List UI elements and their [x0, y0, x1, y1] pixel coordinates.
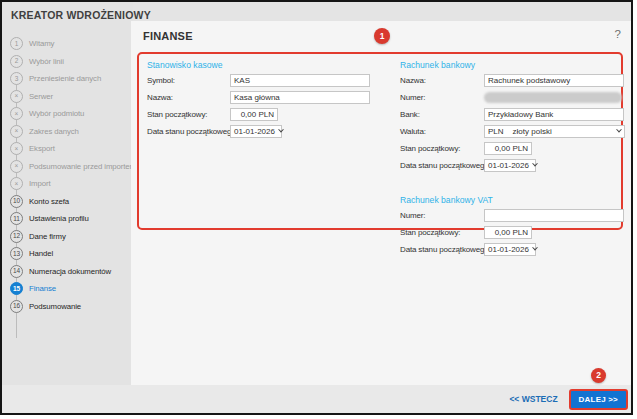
bank-number-redacted-value[interactable] — [484, 92, 622, 103]
wizard-footer: << WSTECZ DALEJ >> — [2, 385, 633, 413]
sidebar-step-3[interactable]: 3 Przeniesienie danych — [2, 70, 133, 88]
bank-opening-date-select[interactable]: 01-01-2026 — [484, 159, 536, 173]
sidebar-step-11[interactable]: 11 Ustawienia profilu — [2, 210, 133, 228]
bank-currency-select[interactable]: PLN złoty polski — [484, 125, 625, 139]
step-label: Wybór linii — [29, 57, 64, 66]
bank-currency-label: Waluta: — [400, 123, 426, 140]
cash-opening-balance-label: Stan początkowy: — [147, 106, 207, 123]
vat-opening-date-value: 01-01-2026 — [488, 245, 529, 254]
bank-account-name-input[interactable] — [484, 74, 624, 88]
step-status-icon: × — [10, 107, 23, 120]
bank-bank-row: Bank: — [400, 106, 619, 123]
sidebar-step-8[interactable]: × Podsumowanie przed importem — [2, 158, 133, 176]
wizard-sidebar: KREATOR WDROŻENIOWY 1 Witamy 2 Wybór lin… — [2, 2, 133, 387]
sidebar-step-9[interactable]: × Import — [2, 175, 133, 193]
step-status-icon: 12 — [10, 230, 23, 243]
step-status-icon: × — [10, 90, 23, 103]
step-label: Konto szefa — [29, 197, 69, 206]
sidebar-step-12[interactable]: 12 Dane firmy — [2, 228, 133, 246]
step-label: Wybór podmiotu — [29, 109, 84, 118]
step-label: Witamy — [29, 39, 54, 48]
section-spacer — [400, 174, 619, 193]
step-status-icon: 10 — [10, 195, 23, 208]
bank-bank-name-input[interactable] — [484, 108, 624, 122]
sidebar-step-10[interactable]: 10 Konto szefa — [2, 193, 133, 211]
cash-name-input[interactable] — [230, 91, 370, 105]
page-title: FINANSE — [143, 30, 193, 42]
annotation-badge-1: 1 — [374, 28, 390, 44]
annotation-highlight-box: Stanowisko kasowe Symbol: Nazwa: Stan po… — [137, 52, 623, 230]
vat-opening-date-label: Data stanu początkowego: — [400, 241, 491, 258]
chevron-down-icon — [532, 245, 538, 251]
sidebar-step-1[interactable]: 1 Witamy — [2, 35, 133, 53]
annotation-badge-2: 2 — [591, 368, 606, 383]
bank-opening-balance-input[interactable] — [484, 142, 532, 156]
help-icon[interactable]: ? — [615, 28, 621, 40]
bank-name-label: Nazwa: — [400, 72, 426, 89]
finance-panel: FINANSE ? 1 Stanowisko kasowe Symbol: Na… — [131, 21, 631, 387]
step-status-icon: × — [10, 177, 23, 190]
bank-bank-label: Bank: — [400, 106, 420, 123]
chevron-down-icon — [278, 127, 284, 133]
chevron-down-icon — [532, 161, 538, 167]
step-label: Ustawienia profilu — [29, 214, 89, 223]
step-label: Przeniesienie danych — [29, 74, 101, 83]
step-status-icon: 13 — [10, 247, 23, 260]
wizard-window: KREATOR WDROŻENIOWY 1 Witamy 2 Wybór lin… — [0, 0, 633, 415]
vat-opening-date-select[interactable]: 01-01-2026 — [484, 243, 536, 257]
cash-symbol-input[interactable] — [230, 74, 370, 88]
cash-opening-date-value: 01-01-2026 — [234, 127, 275, 136]
back-button[interactable]: << WSTECZ — [509, 394, 557, 404]
step-label: Zakres danych — [29, 127, 79, 136]
step-label: Podsumowanie — [29, 302, 81, 311]
bank-account-section: Rachunek bankowy Nazwa: Numer: Bank: Wal… — [400, 58, 619, 258]
sidebar-step-7[interactable]: × Eksport — [2, 140, 133, 158]
bank-name-row: Nazwa: — [400, 72, 619, 89]
cash-opening-balance-input[interactable] — [230, 108, 278, 122]
step-status-icon: × — [10, 125, 23, 138]
step-status-icon: × — [10, 142, 23, 155]
next-button[interactable]: DALEJ >> — [569, 389, 628, 410]
sidebar-step-4[interactable]: × Serwer — [2, 88, 133, 106]
sidebar-step-2[interactable]: 2 Wybór linii — [2, 53, 133, 71]
sidebar-step-5[interactable]: × Wybór podmiotu — [2, 105, 133, 123]
step-status-icon: 3 — [10, 72, 23, 85]
step-status-icon: × — [10, 160, 23, 173]
cash-symbol-row: Symbol: — [147, 72, 393, 89]
step-label: Dane firmy — [29, 232, 66, 241]
bank-opening-balance-row: Stan początkowy: — [400, 140, 619, 157]
bank-number-label: Numer: — [400, 89, 425, 106]
sidebar-step-13[interactable]: 13 Handel — [2, 245, 133, 263]
step-status-icon: 11 — [10, 212, 23, 225]
sidebar-step-15[interactable]: 15 Finanse — [2, 280, 133, 298]
sidebar-step-14[interactable]: 14 Numeracja dokumentów — [2, 263, 133, 281]
bank-opening-date-row: Data stanu początkowego: 01-01-2026 — [400, 157, 619, 174]
vat-opening-date-row: Data stanu początkowego: 01-01-2026 — [400, 241, 619, 258]
step-list: 1 Witamy 2 Wybór linii 3 Przeniesienie d… — [2, 35, 133, 315]
step-label: Import — [29, 179, 51, 188]
step-status-icon: 15 — [10, 282, 23, 295]
bank-section-title: Rachunek bankowy — [400, 58, 619, 72]
vat-number-row: Numer: — [400, 207, 619, 224]
step-status-icon: 14 — [10, 265, 23, 278]
cash-symbol-label: Symbol: — [147, 72, 175, 89]
cash-register-section: Stanowisko kasowe Symbol: Nazwa: Stan po… — [147, 58, 393, 140]
cash-name-row: Nazwa: — [147, 89, 393, 106]
cash-name-label: Nazwa: — [147, 89, 173, 106]
step-label: Serwer — [29, 92, 53, 101]
chevron-down-icon — [616, 127, 622, 133]
cash-opening-date-row: Data stanu początkowego: 01-01-2026 — [147, 123, 393, 140]
bank-currency-row: Waluta: PLN złoty polski — [400, 123, 619, 140]
cash-opening-date-select[interactable]: 01-01-2026 — [230, 125, 282, 139]
currency-code: PLN — [488, 127, 504, 136]
vat-opening-balance-label: Stan początkowy: — [400, 224, 460, 241]
wizard-title: KREATOR WDROŻENIOWY — [11, 9, 151, 21]
sidebar-step-6[interactable]: × Zakres danych — [2, 123, 133, 141]
currency-name: złoty polski — [513, 127, 552, 136]
bank-opening-date-label: Data stanu początkowego: — [400, 157, 491, 174]
step-label: Handel — [29, 249, 53, 258]
vat-opening-balance-input[interactable] — [484, 226, 532, 240]
cash-opening-balance-row: Stan początkowy: — [147, 106, 393, 123]
vat-account-number-input[interactable] — [484, 209, 624, 223]
sidebar-step-16[interactable]: 16 Podsumowanie — [2, 298, 133, 316]
